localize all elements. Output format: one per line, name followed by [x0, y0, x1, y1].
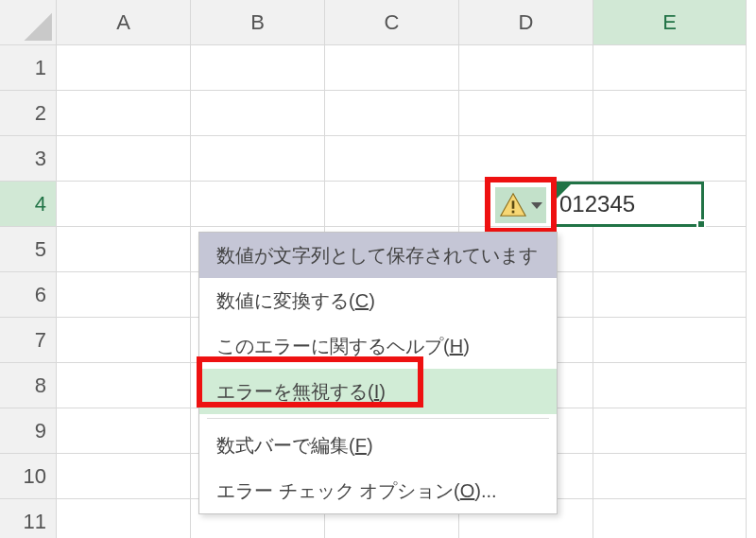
row-header[interactable]: 3 — [0, 136, 57, 182]
grid-cell[interactable] — [459, 136, 593, 182]
grid-cell[interactable] — [191, 136, 325, 182]
grid-cell[interactable] — [57, 363, 191, 408]
menu-item-error-check-options[interactable]: エラー チェック オプション(O)... — [199, 468, 557, 513]
grid-cell[interactable] — [593, 227, 747, 272]
row-header[interactable]: 9 — [0, 408, 57, 454]
grid-cell[interactable] — [325, 136, 459, 182]
menu-separator — [207, 418, 549, 419]
row-header[interactable]: 7 — [0, 318, 57, 363]
grid-cell[interactable] — [459, 45, 593, 91]
cell-value: 012345 — [559, 191, 635, 217]
select-all-corner[interactable] — [0, 0, 57, 45]
grid-cell[interactable] — [593, 454, 747, 499]
grid-cell[interactable] — [593, 408, 747, 454]
row-header[interactable]: 2 — [0, 91, 57, 136]
grid-cell[interactable] — [57, 227, 191, 272]
grid-cell[interactable] — [191, 182, 325, 227]
grid-cell[interactable] — [57, 499, 191, 538]
grid-cell[interactable] — [593, 45, 747, 91]
menu-item-convert-number[interactable]: 数値に変換する(C) — [199, 278, 557, 323]
grid-cell[interactable] — [57, 182, 191, 227]
error-indicator-icon — [556, 184, 571, 200]
row-header[interactable]: 5 — [0, 227, 57, 272]
column-header[interactable]: C — [325, 0, 459, 45]
grid-cell[interactable] — [325, 91, 459, 136]
fill-handle[interactable] — [696, 219, 706, 229]
grid-cell[interactable] — [459, 91, 593, 136]
active-cell[interactable]: 012345 — [553, 182, 704, 227]
grid-cell[interactable] — [593, 363, 747, 408]
row-header[interactable]: 1 — [0, 45, 57, 91]
grid-cell[interactable] — [593, 499, 747, 538]
column-header[interactable]: D — [459, 0, 593, 45]
row-header[interactable]: 11 — [0, 499, 57, 538]
worksheet: 012345 数値が文字列として保存されています 数値に変換する(C) このエラ… — [0, 0, 756, 538]
grid-cell[interactable] — [57, 272, 191, 318]
grid-cell[interactable] — [57, 318, 191, 363]
row-header[interactable]: 6 — [0, 272, 57, 318]
grid-cell[interactable] — [57, 91, 191, 136]
menu-title: 数値が文字列として保存されています — [199, 233, 557, 278]
svg-rect-1 — [512, 211, 515, 214]
grid-cell[interactable] — [593, 136, 747, 182]
row-header[interactable]: 8 — [0, 363, 57, 408]
error-context-menu: 数値が文字列として保存されています 数値に変換する(C) このエラーに関するヘル… — [198, 232, 558, 514]
column-header[interactable]: A — [57, 0, 191, 45]
column-header[interactable]: E — [593, 0, 747, 45]
grid-cell[interactable] — [57, 45, 191, 91]
grid-cell[interactable] — [191, 91, 325, 136]
menu-item-edit-formula-bar[interactable]: 数式バーで編集(F) — [199, 423, 557, 468]
grid-cell[interactable] — [57, 136, 191, 182]
row-header[interactable]: 10 — [0, 454, 57, 499]
svg-rect-0 — [512, 200, 515, 208]
chevron-down-icon — [531, 202, 542, 209]
grid-cell[interactable] — [325, 45, 459, 91]
grid-cell[interactable] — [593, 91, 747, 136]
grid-cell[interactable] — [325, 182, 459, 227]
grid-cell[interactable] — [593, 318, 747, 363]
grid-cell[interactable] — [593, 272, 747, 318]
row-header[interactable]: 4 — [0, 182, 57, 227]
menu-item-error-help[interactable]: このエラーに関するヘルプ(H) — [199, 323, 557, 369]
error-smarttag-button[interactable] — [495, 187, 546, 223]
menu-item-ignore-error[interactable]: エラーを無視する(I) — [199, 369, 557, 414]
column-header[interactable]: B — [191, 0, 325, 45]
grid-cell[interactable] — [57, 408, 191, 454]
grid-cell[interactable] — [57, 454, 191, 499]
warning-icon — [499, 191, 527, 219]
grid-cell[interactable] — [191, 45, 325, 91]
